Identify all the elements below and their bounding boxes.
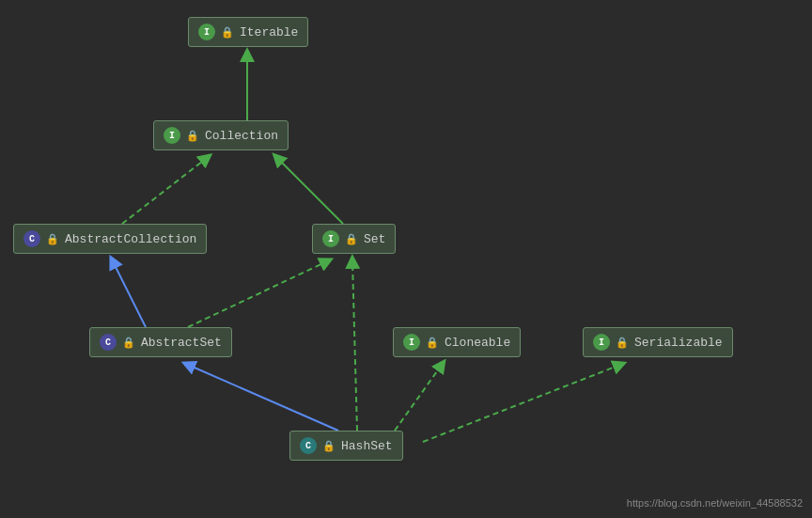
node-cloneable: I 🔒 Cloneable	[393, 327, 521, 357]
node-collection: I 🔒 Collection	[153, 120, 289, 150]
label-set: Set	[364, 232, 385, 246]
lock-hashset: 🔒	[322, 440, 336, 452]
node-hashset: C 🔒 HashSet	[289, 431, 403, 461]
arrows-svg	[0, 0, 812, 518]
svg-line-9	[352, 261, 357, 431]
node-set: I 🔒 Set	[312, 224, 396, 254]
svg-line-5	[277, 158, 343, 224]
node-serializable: I 🔒 Serializable	[583, 327, 733, 357]
label-serializable: Serializable	[634, 336, 723, 350]
badge-iterable: I	[198, 24, 215, 40]
node-iterable: I 🔒 Iterable	[188, 17, 308, 47]
lock-abstractcollection: 🔒	[46, 233, 59, 245]
badge-hashset: C	[300, 437, 317, 454]
lock-abstractset: 🔒	[122, 337, 135, 349]
svg-line-4	[122, 158, 207, 224]
svg-line-7	[188, 261, 327, 327]
node-abstractcollection: C 🔒 AbstractCollection	[13, 224, 207, 254]
label-abstractcollection: AbstractCollection	[65, 232, 196, 246]
label-collection: Collection	[205, 129, 278, 143]
lock-cloneable: 🔒	[426, 337, 439, 349]
label-cloneable: Cloneable	[445, 336, 510, 350]
svg-line-6	[113, 261, 146, 327]
label-abstractset: AbstractSet	[141, 336, 222, 350]
lock-set: 🔒	[345, 233, 358, 245]
svg-line-8	[188, 365, 338, 431]
badge-abstractcollection: C	[23, 230, 40, 247]
diagram: I 🔒 Iterable I 🔒 Collection C 🔒 Abstract…	[0, 0, 812, 518]
badge-set: I	[322, 230, 339, 247]
label-iterable: Iterable	[240, 25, 298, 39]
badge-cloneable: I	[403, 334, 420, 351]
lock-serializable: 🔒	[616, 337, 629, 349]
badge-collection: I	[164, 127, 180, 144]
svg-line-10	[395, 365, 442, 431]
lock-collection: 🔒	[186, 130, 199, 142]
lock-iterable: 🔒	[221, 26, 234, 39]
node-abstractset: C 🔒 AbstractSet	[89, 327, 232, 357]
label-hashset: HashSet	[341, 439, 393, 453]
badge-abstractset: C	[100, 334, 117, 351]
svg-line-11	[423, 365, 620, 442]
watermark: https://blog.csdn.net/weixin_44588532	[627, 497, 803, 509]
badge-serializable: I	[593, 334, 610, 351]
